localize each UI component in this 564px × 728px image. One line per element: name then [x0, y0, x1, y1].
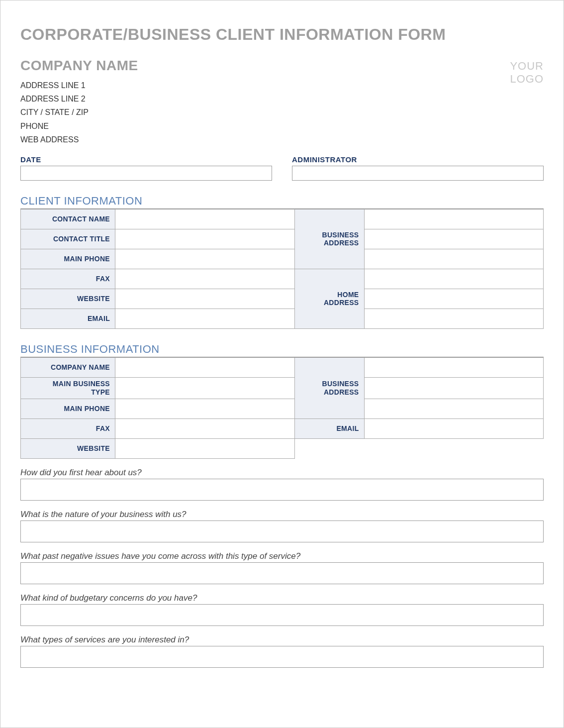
form-title: CORPORATE/BUSINESS CLIENT INFORMATION FO…: [20, 25, 544, 44]
biz-website-label: WEBSITE: [21, 438, 115, 458]
date-label: DATE: [20, 155, 272, 164]
company-name: COMPANY NAME: [20, 58, 138, 74]
client-main-phone-input[interactable]: [115, 249, 295, 269]
biz-email-label: EMAIL: [294, 418, 364, 438]
client-section-title: CLIENT INFORMATION: [20, 195, 544, 209]
company-phone: PHONE: [20, 119, 138, 133]
question-1-label: How did you first hear about us?: [20, 468, 544, 478]
client-table: CONTACT NAME BUSINESS ADDRESS CONTACT TI…: [20, 209, 544, 329]
client-home-address-label: HOME ADDRESS: [294, 269, 364, 328]
client-home-address-input-3[interactable]: [364, 309, 544, 328]
client-business-address-label-l2: ADDRESS: [324, 239, 359, 247]
client-contact-title-label: CONTACT TITLE: [21, 229, 115, 249]
client-business-address-input-3[interactable]: [364, 249, 544, 269]
biz-main-business-type-label-l2: TYPE: [91, 388, 110, 396]
page: CORPORATE/BUSINESS CLIENT INFORMATION FO…: [0, 0, 564, 728]
biz-business-address-input-2[interactable]: [364, 377, 544, 399]
company-header: COMPANY NAME ADDRESS LINE 1 ADDRESS LINE…: [20, 58, 544, 146]
client-home-address-input-1[interactable]: [364, 269, 544, 289]
question-3-input[interactable]: [20, 562, 544, 584]
biz-fax-label: FAX: [21, 418, 115, 438]
client-business-address-input-1[interactable]: [364, 209, 544, 229]
client-email-label: EMAIL: [21, 309, 115, 328]
biz-main-business-type-label: MAIN BUSINESS TYPE: [21, 377, 115, 399]
admin-input[interactable]: [292, 166, 544, 181]
question-block-4: What kind of budgetary concerns do you h…: [20, 593, 544, 626]
biz-company-name-label: COMPANY NAME: [21, 357, 115, 377]
biz-business-address-label-l2: ADDRESS: [324, 388, 359, 396]
biz-email-input[interactable]: [364, 418, 544, 438]
admin-label: ADMINISTRATOR: [292, 155, 544, 164]
client-fax-input[interactable]: [115, 269, 295, 289]
question-5-label: What types of services are you intereste…: [20, 635, 544, 645]
client-home-address-input-2[interactable]: [364, 289, 544, 309]
client-main-phone-label: MAIN PHONE: [21, 249, 115, 269]
biz-empty-2: [364, 438, 544, 458]
company-address-2: ADDRESS LINE 2: [20, 92, 138, 105]
biz-main-business-type-input[interactable]: [115, 377, 295, 399]
client-home-address-label-l1: HOME: [337, 291, 359, 299]
company-web: WEB ADDRESS: [20, 133, 138, 146]
logo-line-2: LOGO: [510, 73, 544, 86]
biz-website-input[interactable]: [115, 438, 295, 458]
date-input[interactable]: [20, 166, 272, 181]
client-business-address-input-2[interactable]: [364, 229, 544, 249]
question-block-3: What past negative issues have you come …: [20, 551, 544, 584]
client-fax-label: FAX: [21, 269, 115, 289]
client-contact-name-input[interactable]: [115, 209, 295, 229]
admin-col: ADMINISTRATOR: [292, 155, 544, 181]
date-admin-row: DATE ADMINISTRATOR: [20, 155, 544, 181]
question-block-5: What types of services are you intereste…: [20, 635, 544, 668]
question-5-input[interactable]: [20, 646, 544, 668]
biz-fax-input[interactable]: [115, 418, 295, 438]
company-city-state-zip: CITY / STATE / ZIP: [20, 105, 138, 119]
biz-business-address-label: BUSINESS ADDRESS: [294, 357, 364, 418]
biz-main-phone-input[interactable]: [115, 399, 295, 418]
client-website-input[interactable]: [115, 289, 295, 309]
biz-business-address-input-3[interactable]: [364, 399, 544, 418]
client-business-address-label: BUSINESS ADDRESS: [294, 209, 364, 269]
question-3-label: What past negative issues have you come …: [20, 551, 544, 561]
logo-line-1: YOUR: [510, 60, 544, 73]
question-4-input[interactable]: [20, 604, 544, 626]
client-business-address-label-l1: BUSINESS: [322, 231, 359, 239]
biz-empty-1: [294, 438, 364, 458]
question-2-input[interactable]: [20, 520, 544, 542]
logo-placeholder: YOUR LOGO: [510, 58, 544, 86]
date-col: DATE: [20, 155, 272, 181]
biz-business-address-label-l1: BUSINESS: [322, 380, 359, 388]
company-address-1: ADDRESS LINE 1: [20, 79, 138, 92]
biz-company-name-input[interactable]: [115, 357, 295, 377]
biz-main-business-type-label-l1: MAIN BUSINESS: [53, 380, 110, 388]
biz-business-address-input-1[interactable]: [364, 357, 544, 377]
client-contact-name-label: CONTACT NAME: [21, 209, 115, 229]
question-4-label: What kind of budgetary concerns do you h…: [20, 593, 544, 603]
client-email-input[interactable]: [115, 309, 295, 328]
biz-main-phone-label: MAIN PHONE: [21, 399, 115, 418]
business-table: COMPANY NAME BUSINESS ADDRESS MAIN BUSIN…: [20, 357, 544, 459]
client-contact-title-input[interactable]: [115, 229, 295, 249]
question-block-1: How did you first hear about us?: [20, 468, 544, 501]
question-block-2: What is the nature of your business with…: [20, 510, 544, 542]
client-website-label: WEBSITE: [21, 289, 115, 309]
client-home-address-label-l2: ADDRESS: [324, 299, 359, 307]
business-section-title: BUSINESS INFORMATION: [20, 343, 544, 357]
question-1-input[interactable]: [20, 479, 544, 501]
question-2-label: What is the nature of your business with…: [20, 510, 544, 520]
company-block: COMPANY NAME ADDRESS LINE 1 ADDRESS LINE…: [20, 58, 138, 146]
